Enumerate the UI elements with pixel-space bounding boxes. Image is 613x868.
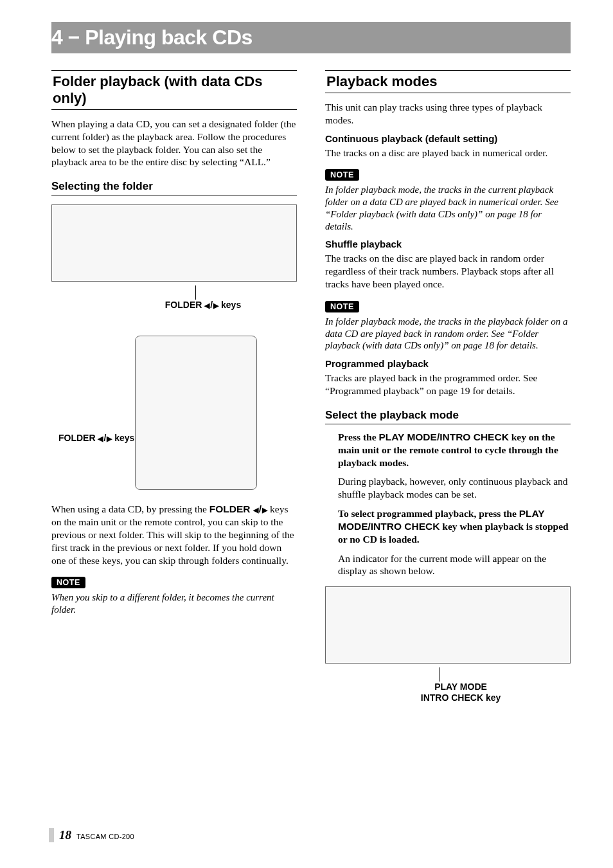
triangle-right-icon xyxy=(213,300,218,310)
folder-intro: When playing a data CD, you can set a de… xyxy=(51,118,297,168)
figure-main-unit-playmode xyxy=(325,586,571,664)
callout-line xyxy=(440,667,440,682)
note-shuffle: In folder playback mode, the tracks in t… xyxy=(325,316,571,352)
continuous-desc: The tracks on a disc are played back in … xyxy=(325,147,571,159)
callout-suffix: keys xyxy=(218,300,241,310)
folder-keys-paragraph: When using a data CD, by pressing the FO… xyxy=(51,503,297,566)
modes-intro: This unit can play tracks using three ty… xyxy=(325,101,571,127)
callout-line1: PLAY MODE xyxy=(351,682,571,692)
note-tag: NOTE xyxy=(51,577,85,588)
shuffle-desc: The tracks on the disc are played back i… xyxy=(325,252,571,290)
callout-prefix: FOLDER xyxy=(165,300,204,310)
section-playback-modes: Playback modes xyxy=(325,70,571,93)
figure-main-unit-front xyxy=(51,204,297,282)
heading-programmed: Programmed playback xyxy=(325,358,571,369)
callout-line xyxy=(195,285,196,300)
callout-suffix: keys xyxy=(112,433,134,443)
note-skip-folder: When you skip to a different folder, it … xyxy=(51,592,297,616)
heading-shuffle: Shuffle playback xyxy=(325,239,571,249)
page-number: 18 xyxy=(59,828,71,842)
right-column: Playback modes This unit can play tracks… xyxy=(325,70,571,703)
callout-line2: INTRO CHECK key xyxy=(351,692,571,703)
step-indicator: An indicator for the current mode will a… xyxy=(338,552,571,578)
subheading-select-mode: Select the playback mode xyxy=(325,409,571,424)
heading-continuous: Continuous playback (default setting) xyxy=(325,133,571,144)
step-playback-note: During playback, however, only continuou… xyxy=(338,475,571,501)
callout-prefix: FOLDER xyxy=(58,433,98,443)
step-press-playmode: Press the PLAY MODE/INTRO CHECK key on t… xyxy=(338,431,571,469)
figure-remote-control: FOLDER / keys xyxy=(135,336,257,490)
programmed-desc: Tracks are played back in the programmed… xyxy=(325,372,571,397)
chapter-bar: 4 − Playing back CDs xyxy=(51,22,571,53)
text-run: To select programmed playback, press the xyxy=(338,508,519,519)
text-run: FOLDER xyxy=(209,503,253,514)
note-tag: NOTE xyxy=(325,169,359,181)
model-label: TASCAM CD-200 xyxy=(76,833,134,840)
note-tag: NOTE xyxy=(325,301,359,312)
note-continuous: In folder playback mode, the tracks in t… xyxy=(325,184,571,232)
folder-button-label: FOLDER / xyxy=(209,503,267,514)
section-folder-playback: Folder playback (with data CDs only) xyxy=(51,70,297,110)
callout-folder-keys-main: FOLDER / keys xyxy=(109,300,297,310)
playmode-button-label: PLAY MODE/INTRO CHECK xyxy=(378,431,508,442)
callout-folder-keys-remote: FOLDER / keys xyxy=(58,433,134,443)
left-column: Folder playback (with data CDs only) Whe… xyxy=(51,70,297,703)
callout-playmode-key: PLAY MODE INTRO CHECK key xyxy=(351,682,571,703)
step-programmed: To select programmed playback, press the… xyxy=(338,507,571,545)
page-footer: 18 TASCAM CD-200 xyxy=(49,828,134,842)
chapter-title: 4 − Playing back CDs xyxy=(51,26,253,49)
text-run: Press the xyxy=(338,431,378,442)
subheading-selecting-folder: Selecting the folder xyxy=(51,180,297,195)
triangle-left-icon xyxy=(253,503,258,514)
text-run: When using a data CD, by pressing the xyxy=(51,503,209,514)
triangle-right-icon xyxy=(262,503,267,514)
